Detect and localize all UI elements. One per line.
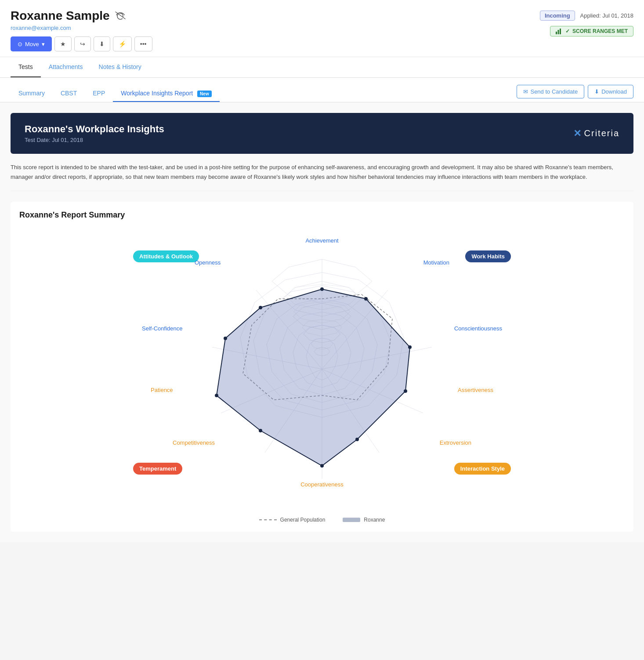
svg-point-30	[320, 287, 324, 291]
svg-rect-1	[557, 30, 559, 34]
chart-icon	[556, 28, 563, 34]
applied-date: Applied: Jul 01, 2018	[580, 12, 633, 19]
svg-point-32	[408, 345, 412, 349]
candidate-name: Roxanne Sample	[11, 9, 110, 23]
banner-title: Roxanne's Workplace Insights	[25, 123, 164, 135]
move-button[interactable]: ⊙ Move ▾	[11, 36, 52, 51]
legend-roxanne: Roxanne	[343, 517, 385, 523]
svg-rect-0	[556, 32, 557, 34]
download-report-button[interactable]: ⬇ Download	[588, 85, 633, 98]
tab-tests[interactable]: Tests	[11, 57, 41, 77]
forward-button[interactable]: ↪	[74, 36, 91, 51]
report-banner: Roxanne's Workplace Insights Test Date: …	[11, 113, 633, 154]
download-button[interactable]: ⬇	[94, 36, 110, 51]
envelope-icon: ✉	[523, 88, 528, 95]
radar-svg	[124, 237, 520, 501]
report-actions: ✉ Send to Candidate ⬇ Download	[517, 85, 633, 98]
main-tabs: Tests Attachments Notes & History	[0, 57, 644, 78]
tab-workplace-insights[interactable]: Workplace Insights Report New	[113, 85, 219, 102]
svg-point-37	[215, 394, 218, 397]
sub-tabs: Summary CBST EPP Workplace Insights Repo…	[11, 85, 220, 102]
visibility-toggle-button[interactable]	[115, 11, 126, 21]
chart-legend: General Population Roxanne	[19, 517, 625, 523]
radar-chart-container: Attitudes & Outlook Work Habits Temperam…	[19, 228, 625, 510]
svg-point-39	[259, 306, 262, 309]
dropdown-arrow-icon: ▾	[42, 41, 45, 47]
radar-labels: Attitudes & Outlook Work Habits Temperam…	[124, 237, 520, 501]
criteria-x-icon: ✕	[573, 128, 582, 139]
tab-attachments[interactable]: Attachments	[41, 57, 91, 77]
legend-dashed-line	[259, 519, 277, 520]
tab-summary[interactable]: Summary	[11, 85, 53, 102]
report-content: Roxanne's Workplace Insights Test Date: …	[0, 102, 644, 542]
checkmark-icon: ✓	[565, 28, 570, 34]
download-icon: ⬇	[594, 88, 599, 95]
summary-title: Roxanne's Report Summary	[19, 210, 625, 220]
svg-point-31	[364, 297, 368, 301]
send-to-candidate-button[interactable]: ✉ Send to Candidate	[517, 85, 584, 98]
star-button[interactable]: ★	[54, 36, 72, 51]
summary-section: Roxanne's Report Summary Attitudes & Out…	[11, 202, 633, 532]
legend-solid-line	[343, 518, 360, 522]
candidate-email[interactable]: roxanne@example.com	[11, 25, 152, 31]
new-badge: New	[197, 91, 212, 97]
svg-point-38	[224, 337, 227, 340]
sub-tabs-container: Summary CBST EPP Workplace Insights Repo…	[0, 78, 644, 102]
tab-epp[interactable]: EPP	[85, 85, 113, 102]
legend-general-population: General Population	[259, 517, 326, 523]
svg-rect-2	[560, 29, 561, 34]
svg-point-35	[320, 464, 324, 468]
move-icon: ⊙	[18, 41, 22, 47]
lightning-button[interactable]: ⚡	[113, 36, 132, 51]
criteria-logo: ✕ Criteria	[573, 128, 619, 139]
report-description: This score report is intended to be shar…	[11, 163, 633, 191]
svg-point-34	[355, 438, 359, 441]
svg-point-33	[404, 389, 407, 393]
tab-cbst[interactable]: CBST	[53, 85, 85, 102]
banner-date: Test Date: Jul 01, 2018	[25, 137, 164, 143]
svg-marker-29	[217, 289, 410, 466]
status-badge: Incoming	[540, 11, 575, 21]
tab-notes-history[interactable]: Notes & History	[91, 57, 149, 77]
more-button[interactable]: •••	[134, 36, 152, 51]
svg-point-36	[259, 429, 262, 432]
score-badge: ✓ SCORE RANGES MET	[550, 26, 633, 36]
